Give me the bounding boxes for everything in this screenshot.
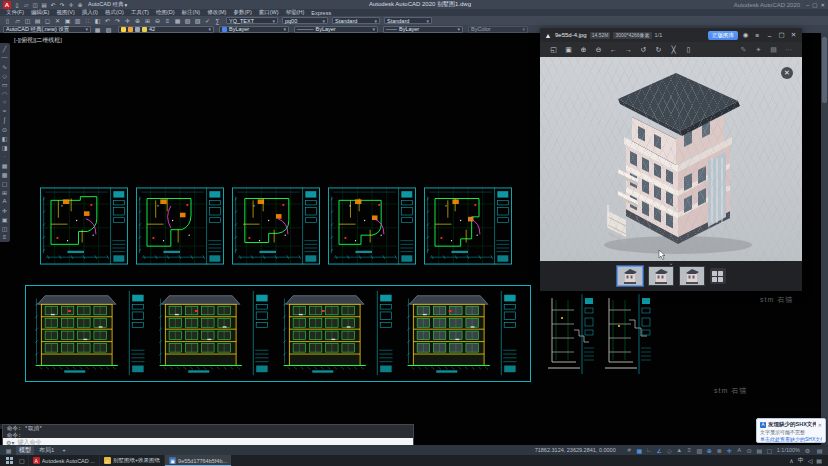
match-properties-icon[interactable]: ∷ [83,17,92,25]
fit-window-icon[interactable]: ▣ [563,46,574,54]
elevation-4[interactable] [403,289,525,381]
model-space-icon[interactable]: ▦ [4,446,13,454]
make-block-tool-icon[interactable]: ◨ [0,143,9,151]
construction-line-tool-icon[interactable]: — [0,53,9,61]
color-select[interactable]: ByLayer ▾ [219,26,289,33]
tool-palettes-icon[interactable]: ▧ [183,17,192,25]
annotation-visibility-toggle[interactable]: A [735,446,744,454]
layer-properties-icon[interactable]: ▦ [93,25,102,33]
insert-block-tool-icon[interactable]: ◧ [0,134,9,142]
redo-icon[interactable]: ↷ [113,17,122,25]
zoom-window-icon[interactable]: ⊞ [143,17,152,25]
pan-realtime-icon[interactable]: ✛ [123,17,132,25]
polyline-tool-icon[interactable]: ∿ [0,62,9,70]
start-button[interactable] [2,455,16,466]
menu-item-5[interactable]: 格式(O) [105,9,124,16]
zoom-realtime-icon[interactable]: ⊕ [133,17,142,25]
mirror-tool-icon[interactable]: ◫ [0,224,9,232]
menu-item-1[interactable]: 文件(F) [6,9,24,16]
offset-tool-icon[interactable]: ≡ [0,233,9,241]
thumbnail-render-view-2[interactable] [648,266,674,286]
taskbar-app-2[interactable]: ▱别墅图纸+效果图纸 [99,455,164,466]
maximize-button[interactable]: ▢ [812,2,817,8]
hatch-tool-icon[interactable]: ▦ [0,161,9,169]
pan-icon[interactable]: ✛ [67,1,75,8]
collapse-caret-icon[interactable]: ⌄ [668,261,673,266]
print-icon[interactable]: ▤ [768,46,779,54]
mleader-style-select[interactable]: Standard▾ [384,17,432,24]
delete-icon[interactable]: ╳ [668,46,679,54]
move-tool-icon[interactable]: ✛ [0,206,9,214]
minimize-button[interactable]: – [806,2,809,8]
tab-model[interactable]: 模型 [16,446,34,455]
text-style-select[interactable]: YQ_TEXT▾ [226,17,278,24]
grid-toggle[interactable]: ▦ [635,446,644,454]
elevation-3[interactable] [279,289,401,381]
menu-icon[interactable]: ≡ [753,32,762,39]
elevation-1[interactable] [31,289,153,381]
plot-preview-icon[interactable]: ◻ [43,17,52,25]
thumbnail-grid-button[interactable] [710,268,726,284]
markup-icon[interactable]: ✓ [203,17,212,25]
floor-plan-2[interactable] [136,186,224,270]
table-style-select[interactable]: Standard▾ [332,17,380,24]
polar-toggle[interactable]: ∠ [655,446,664,454]
design-center-icon[interactable]: ▦ [173,17,182,25]
menu-item-7[interactable]: 绘图(D) [156,9,175,16]
block-icon[interactable]: ◧ [93,17,102,25]
gradient-tool-icon[interactable]: ▩ [0,170,9,178]
plot-icon[interactable]: ▤ [40,1,48,8]
spline-tool-icon[interactable]: ∫ [0,116,9,124]
user-account-icon[interactable]: ◉ [741,31,750,39]
transparency-toggle[interactable]: ▨ [695,446,704,454]
layer-select[interactable]: 42 ▾ [118,26,214,33]
notification-link[interactable]: 单击此处查看缺少的SHX文件。 [760,436,822,442]
quick-calc-icon[interactable]: ∑ [213,17,222,25]
taskbar-app-3[interactable]: ▣9e55d17764b5f4b... [164,455,231,466]
zoom-previous-icon[interactable]: ⊖ [153,17,162,25]
save-icon[interactable]: ◫ [31,1,39,8]
point-tool-icon[interactable]: · [0,152,9,160]
annotation-scale[interactable]: 1:1/100% [777,447,800,453]
viewer-image-area[interactable]: ✕ [540,57,802,261]
cut-icon[interactable]: ✕ [53,17,62,25]
otrack-toggle[interactable]: ▲ [675,446,684,454]
quick-properties-toggle[interactable]: ▤ [755,446,764,454]
linetype-select[interactable]: ——— ByLayer ▾ [294,26,378,33]
zoom-in-icon[interactable]: ⊕ [578,46,589,54]
text-tool-icon[interactable]: A [0,197,9,205]
menu-item-8[interactable]: 标注(N) [182,9,201,16]
open-icon[interactable]: ▱ [13,17,22,25]
next-icon[interactable]: → [623,46,634,53]
menu-item-6[interactable]: 工具(T) [131,9,149,16]
rotate-right-icon[interactable]: ↻ [653,46,664,54]
ellipse-tool-icon[interactable]: ⊙ [0,125,9,133]
sheet-set-icon[interactable]: ▨ [193,17,202,25]
network-icon[interactable]: ▤ [816,457,822,464]
stock-library-button[interactable]: 正版图库 [708,31,738,40]
overlay-close-icon[interactable]: ✕ [781,67,793,79]
open-in-mobile-icon[interactable]: ▯ [683,46,694,54]
annotation-monitor-toggle[interactable]: ⊙ [745,446,754,454]
snap-toggle[interactable]: # [625,446,634,454]
autocad-app-menu-icon[interactable]: A [3,1,11,9]
vertical-scrollbar-thumb[interactable] [822,37,827,103]
viewer-close-button[interactable]: ✕ [789,31,798,39]
settings-gear-icon[interactable]: ⚙ [803,446,812,454]
qnew-icon[interactable]: ▯ [13,1,21,8]
notification-close-icon[interactable]: ✕ [818,422,822,428]
layer-states-icon[interactable]: ▧ [104,25,113,33]
tab-layout1[interactable]: 布局1 [36,446,57,455]
thumbnail-render-view-1[interactable] [617,266,643,286]
workspace-switcher[interactable]: AutoCAD 经典▾ [86,1,129,8]
rectangle-tool-icon[interactable]: ▭ [0,80,9,88]
menu-item-3[interactable]: 视图(V) [56,9,74,16]
ortho-toggle[interactable]: ∟ [645,446,654,454]
osnap-3d-toggle[interactable]: ⊗ [715,446,724,454]
menu-item-11[interactable]: 窗口(W) [259,9,279,16]
rotate-left-icon[interactable]: ↺ [638,46,649,54]
edit-icon[interactable]: ✎ [738,46,749,54]
paste-icon[interactable]: ▥ [73,17,82,25]
customize-statusbar-icon[interactable]: ▤ [815,446,824,454]
viewer-minimize-button[interactable]: – [765,32,774,39]
